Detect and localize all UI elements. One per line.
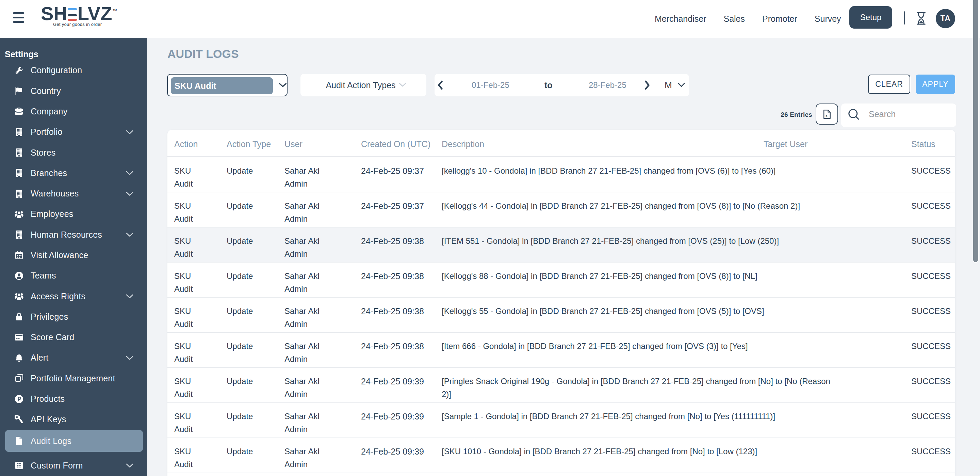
svg-text:x: x bbox=[825, 113, 827, 118]
